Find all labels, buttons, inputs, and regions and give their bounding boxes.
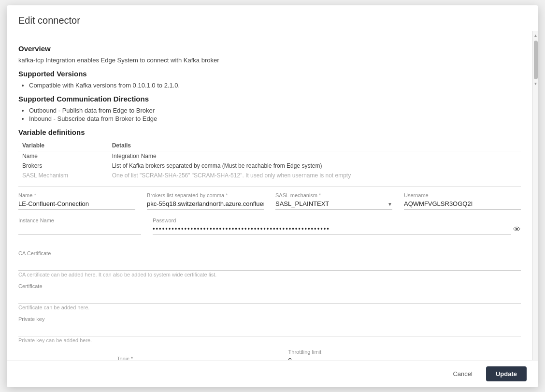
overview-desc: kafka-tcp Integration enables Edge Syste… <box>18 57 521 64</box>
ca-certificate-hint: CA certificate can be added here. It can… <box>18 272 521 277</box>
topic-field: Topic * <box>117 356 277 360</box>
ca-certificate-field: CA Certificate CA certificate can be add… <box>18 250 521 277</box>
sasl-select-wrapper: SASL_PLAINTEXT SASL_SSL PLAINTEXT SSL ▼ <box>275 199 392 210</box>
password-field: Password 👁 <box>153 218 521 235</box>
throttling-label: Throttling limit <box>288 349 448 355</box>
form-row-1: Name * Brokers list separated by comma *… <box>18 192 521 210</box>
supported-comm-title: Supported Communication Directions <box>18 95 521 103</box>
certificate-input[interactable] <box>18 290 521 304</box>
username-input[interactable] <box>404 199 521 210</box>
certificate-label: Certificate <box>18 283 521 289</box>
ca-certificate-label: CA Certificate <box>18 250 521 256</box>
brokers-input[interactable] <box>147 199 264 210</box>
var-details-2: One of list "SCRAM-SHA-256" "SCRAM-SHA-5… <box>108 171 521 180</box>
var-name-2: SASL Mechanism <box>18 171 108 180</box>
throttling-input[interactable] <box>288 356 448 360</box>
username-label: Username <box>404 192 521 198</box>
overview-title: Overview <box>18 44 521 53</box>
var-col-variable: Variable <box>18 140 108 151</box>
bottom-controls-row: Insecure Skip Verify Topic * Throttling … <box>18 349 521 360</box>
variable-def-title: Variable definitions <box>18 128 521 136</box>
table-row: SASL Mechanism One of list "SCRAM-SHA-25… <box>18 171 521 180</box>
certificate-hint: Certificate can be added here. <box>18 305 521 310</box>
modal-header: Edit connector <box>7 5 538 31</box>
brokers-label: Brokers list separated by comma * <box>147 192 264 198</box>
scrollbar-thumb[interactable] <box>534 41 538 79</box>
private-key-input[interactable] <box>18 323 521 336</box>
username-field: Username <box>404 192 521 210</box>
name-label: Name * <box>18 192 135 198</box>
scroll-up-arrow[interactable]: ▲ <box>533 32 539 40</box>
section-divider <box>18 186 521 187</box>
table-row: Brokers List of Kafka brokers separated … <box>18 161 521 171</box>
private-key-field: Private key Private key can be added her… <box>18 316 521 343</box>
supported-comm-item-1: Inbound - Subscribe data from Broker to … <box>29 115 521 122</box>
var-details-1: List of Kafka brokers separated by comma… <box>108 161 521 171</box>
supported-comm-item-0: Outbound - Publish data from Edge to Bro… <box>29 107 521 114</box>
scroll-area[interactable]: Overview kafka-tcp Integration enables E… <box>7 31 532 360</box>
name-field: Name * <box>18 192 135 210</box>
cancel-button[interactable]: Cancel <box>445 366 480 381</box>
table-row: Name Integration Name <box>18 151 521 161</box>
var-name-0: Name <box>18 151 108 161</box>
instance-name-field: Instance Name <box>18 218 141 235</box>
instance-name-label: Instance Name <box>18 218 141 223</box>
scroll-down-arrow[interactable]: ▼ <box>533 80 539 88</box>
scrollbar-track[interactable]: ▲ ▼ <box>532 31 538 360</box>
sasl-select[interactable]: SASL_PLAINTEXT SASL_SSL PLAINTEXT SSL <box>275 199 392 210</box>
supported-versions-title: Supported Versions <box>18 70 521 78</box>
supported-versions-item-0: Compatible with Kafka versions from 0.10… <box>29 82 521 89</box>
brokers-field: Brokers list separated by comma * <box>147 192 264 210</box>
topic-label: Topic * <box>117 356 277 360</box>
modal-title: Edit connector <box>18 15 527 26</box>
throttling-field: Throttling limit Throttling limit <box>288 349 448 360</box>
overview-section: Overview kafka-tcp Integration enables E… <box>18 44 521 180</box>
eye-icon[interactable]: 👁 <box>513 225 521 234</box>
modal-body: Overview kafka-tcp Integration enables E… <box>7 31 538 360</box>
supported-versions-list: Compatible with Kafka versions from 0.10… <box>18 82 521 89</box>
supported-comm-list: Outbound - Publish data from Edge to Bro… <box>18 107 521 122</box>
sasl-label: SASL mechanism * <box>275 192 392 198</box>
form-row-2: Instance Name Password 👁 <box>18 218 521 235</box>
variable-table: Variable Details Name Integration Name B… <box>18 140 521 180</box>
private-key-hint: Private key can be added here. <box>18 337 521 343</box>
var-details-0: Integration Name <box>108 151 521 161</box>
password-wrapper: 👁 <box>153 224 521 235</box>
name-input[interactable] <box>18 199 135 210</box>
sasl-field: SASL mechanism * SASL_PLAINTEXT SASL_SSL… <box>275 192 392 210</box>
var-col-details: Details <box>108 140 521 151</box>
private-key-label: Private key <box>18 316 521 322</box>
update-button[interactable]: Update <box>486 366 527 381</box>
var-name-1: Brokers <box>18 161 108 171</box>
password-input[interactable] <box>153 224 511 235</box>
modal-footer: Cancel Update <box>7 360 538 387</box>
ca-certificate-input[interactable] <box>18 257 521 271</box>
password-label: Password <box>153 218 521 223</box>
edit-connector-modal: Edit connector Overview kafka-tcp Integr… <box>7 5 538 387</box>
instance-name-input[interactable] <box>18 224 141 235</box>
certificate-field: Certificate Certificate can be added her… <box>18 283 521 310</box>
